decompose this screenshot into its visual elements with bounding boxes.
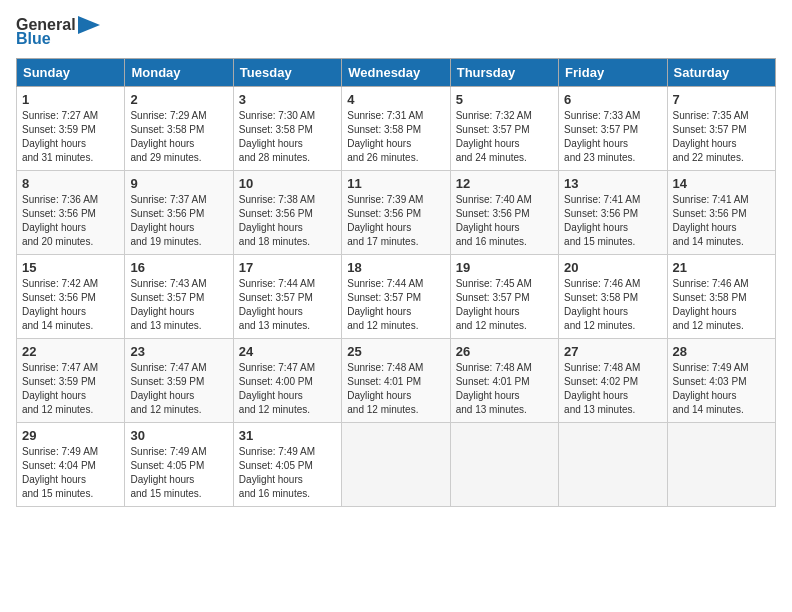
day-number: 14 — [673, 176, 770, 191]
day-info: Sunrise: 7:47 AMSunset: 3:59 PMDaylight … — [22, 361, 119, 417]
day-info: Sunrise: 7:47 AMSunset: 3:59 PMDaylight … — [130, 361, 227, 417]
day-number: 28 — [673, 344, 770, 359]
calendar-cell: 24Sunrise: 7:47 AMSunset: 4:00 PMDayligh… — [233, 339, 341, 423]
day-info: Sunrise: 7:36 AMSunset: 3:56 PMDaylight … — [22, 193, 119, 249]
day-info: Sunrise: 7:48 AMSunset: 4:01 PMDaylight … — [456, 361, 553, 417]
calendar-week-row: 15Sunrise: 7:42 AMSunset: 3:56 PMDayligh… — [17, 255, 776, 339]
day-info: Sunrise: 7:42 AMSunset: 3:56 PMDaylight … — [22, 277, 119, 333]
calendar-cell: 1Sunrise: 7:27 AMSunset: 3:59 PMDaylight… — [17, 87, 125, 171]
day-info: Sunrise: 7:45 AMSunset: 3:57 PMDaylight … — [456, 277, 553, 333]
day-number: 21 — [673, 260, 770, 275]
day-info: Sunrise: 7:38 AMSunset: 3:56 PMDaylight … — [239, 193, 336, 249]
day-number: 27 — [564, 344, 661, 359]
calendar-cell: 26Sunrise: 7:48 AMSunset: 4:01 PMDayligh… — [450, 339, 558, 423]
calendar-cell: 9Sunrise: 7:37 AMSunset: 3:56 PMDaylight… — [125, 171, 233, 255]
day-number: 20 — [564, 260, 661, 275]
calendar-cell: 18Sunrise: 7:44 AMSunset: 3:57 PMDayligh… — [342, 255, 450, 339]
day-number: 18 — [347, 260, 444, 275]
calendar-cell — [559, 423, 667, 507]
day-info: Sunrise: 7:49 AMSunset: 4:04 PMDaylight … — [22, 445, 119, 501]
day-number: 6 — [564, 92, 661, 107]
header: General Blue — [16, 16, 776, 48]
day-number: 17 — [239, 260, 336, 275]
calendar-cell: 31Sunrise: 7:49 AMSunset: 4:05 PMDayligh… — [233, 423, 341, 507]
day-number: 3 — [239, 92, 336, 107]
calendar-cell: 14Sunrise: 7:41 AMSunset: 3:56 PMDayligh… — [667, 171, 775, 255]
day-number: 23 — [130, 344, 227, 359]
day-number: 11 — [347, 176, 444, 191]
day-number: 31 — [239, 428, 336, 443]
col-header-sunday: Sunday — [17, 59, 125, 87]
calendar-cell — [450, 423, 558, 507]
day-number: 12 — [456, 176, 553, 191]
calendar-cell: 17Sunrise: 7:44 AMSunset: 3:57 PMDayligh… — [233, 255, 341, 339]
day-info: Sunrise: 7:49 AMSunset: 4:05 PMDaylight … — [130, 445, 227, 501]
calendar-cell: 8Sunrise: 7:36 AMSunset: 3:56 PMDaylight… — [17, 171, 125, 255]
calendar-cell: 21Sunrise: 7:46 AMSunset: 3:58 PMDayligh… — [667, 255, 775, 339]
day-info: Sunrise: 7:48 AMSunset: 4:02 PMDaylight … — [564, 361, 661, 417]
day-info: Sunrise: 7:43 AMSunset: 3:57 PMDaylight … — [130, 277, 227, 333]
calendar-cell: 3Sunrise: 7:30 AMSunset: 3:58 PMDaylight… — [233, 87, 341, 171]
day-info: Sunrise: 7:44 AMSunset: 3:57 PMDaylight … — [347, 277, 444, 333]
calendar-cell: 23Sunrise: 7:47 AMSunset: 3:59 PMDayligh… — [125, 339, 233, 423]
calendar-cell — [667, 423, 775, 507]
calendar-cell: 11Sunrise: 7:39 AMSunset: 3:56 PMDayligh… — [342, 171, 450, 255]
day-number: 13 — [564, 176, 661, 191]
day-info: Sunrise: 7:35 AMSunset: 3:57 PMDaylight … — [673, 109, 770, 165]
day-number: 8 — [22, 176, 119, 191]
day-info: Sunrise: 7:44 AMSunset: 3:57 PMDaylight … — [239, 277, 336, 333]
day-info: Sunrise: 7:29 AMSunset: 3:58 PMDaylight … — [130, 109, 227, 165]
col-header-wednesday: Wednesday — [342, 59, 450, 87]
calendar-cell: 25Sunrise: 7:48 AMSunset: 4:01 PMDayligh… — [342, 339, 450, 423]
day-number: 1 — [22, 92, 119, 107]
col-header-tuesday: Tuesday — [233, 59, 341, 87]
day-number: 10 — [239, 176, 336, 191]
calendar-week-row: 8Sunrise: 7:36 AMSunset: 3:56 PMDaylight… — [17, 171, 776, 255]
calendar-cell: 29Sunrise: 7:49 AMSunset: 4:04 PMDayligh… — [17, 423, 125, 507]
day-info: Sunrise: 7:46 AMSunset: 3:58 PMDaylight … — [564, 277, 661, 333]
day-info: Sunrise: 7:40 AMSunset: 3:56 PMDaylight … — [456, 193, 553, 249]
day-number: 19 — [456, 260, 553, 275]
day-number: 4 — [347, 92, 444, 107]
col-header-thursday: Thursday — [450, 59, 558, 87]
day-info: Sunrise: 7:41 AMSunset: 3:56 PMDaylight … — [673, 193, 770, 249]
day-info: Sunrise: 7:27 AMSunset: 3:59 PMDaylight … — [22, 109, 119, 165]
logo-wing-icon — [78, 16, 100, 34]
calendar-cell: 7Sunrise: 7:35 AMSunset: 3:57 PMDaylight… — [667, 87, 775, 171]
day-info: Sunrise: 7:37 AMSunset: 3:56 PMDaylight … — [130, 193, 227, 249]
logo-text: General Blue — [16, 16, 100, 48]
calendar-cell: 19Sunrise: 7:45 AMSunset: 3:57 PMDayligh… — [450, 255, 558, 339]
day-info: Sunrise: 7:47 AMSunset: 4:00 PMDaylight … — [239, 361, 336, 417]
day-info: Sunrise: 7:49 AMSunset: 4:05 PMDaylight … — [239, 445, 336, 501]
day-number: 29 — [22, 428, 119, 443]
day-info: Sunrise: 7:30 AMSunset: 3:58 PMDaylight … — [239, 109, 336, 165]
calendar-cell: 4Sunrise: 7:31 AMSunset: 3:58 PMDaylight… — [342, 87, 450, 171]
day-number: 15 — [22, 260, 119, 275]
calendar-cell: 13Sunrise: 7:41 AMSunset: 3:56 PMDayligh… — [559, 171, 667, 255]
calendar-header-row: SundayMondayTuesdayWednesdayThursdayFrid… — [17, 59, 776, 87]
calendar-cell: 5Sunrise: 7:32 AMSunset: 3:57 PMDaylight… — [450, 87, 558, 171]
calendar-cell: 27Sunrise: 7:48 AMSunset: 4:02 PMDayligh… — [559, 339, 667, 423]
calendar-cell: 22Sunrise: 7:47 AMSunset: 3:59 PMDayligh… — [17, 339, 125, 423]
logo: General Blue — [16, 16, 100, 48]
day-number: 16 — [130, 260, 227, 275]
calendar-cell — [342, 423, 450, 507]
calendar-cell: 12Sunrise: 7:40 AMSunset: 3:56 PMDayligh… — [450, 171, 558, 255]
day-number: 25 — [347, 344, 444, 359]
day-number: 24 — [239, 344, 336, 359]
col-header-saturday: Saturday — [667, 59, 775, 87]
day-info: Sunrise: 7:41 AMSunset: 3:56 PMDaylight … — [564, 193, 661, 249]
day-info: Sunrise: 7:31 AMSunset: 3:58 PMDaylight … — [347, 109, 444, 165]
col-header-friday: Friday — [559, 59, 667, 87]
day-info: Sunrise: 7:33 AMSunset: 3:57 PMDaylight … — [564, 109, 661, 165]
calendar-week-row: 22Sunrise: 7:47 AMSunset: 3:59 PMDayligh… — [17, 339, 776, 423]
calendar-cell: 30Sunrise: 7:49 AMSunset: 4:05 PMDayligh… — [125, 423, 233, 507]
logo-blue: Blue — [16, 30, 51, 48]
calendar-cell: 20Sunrise: 7:46 AMSunset: 3:58 PMDayligh… — [559, 255, 667, 339]
day-number: 26 — [456, 344, 553, 359]
svg-marker-0 — [78, 16, 100, 34]
calendar-cell: 2Sunrise: 7:29 AMSunset: 3:58 PMDaylight… — [125, 87, 233, 171]
calendar-cell: 28Sunrise: 7:49 AMSunset: 4:03 PMDayligh… — [667, 339, 775, 423]
day-number: 2 — [130, 92, 227, 107]
calendar-cell: 6Sunrise: 7:33 AMSunset: 3:57 PMDaylight… — [559, 87, 667, 171]
